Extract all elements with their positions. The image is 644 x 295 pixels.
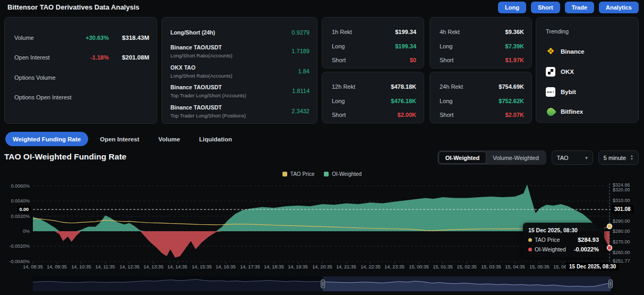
tooltip-timestamp: 15 Dec 2025, 08:30 [528, 227, 599, 233]
y-axis-right-label: $320.00 [613, 187, 630, 192]
ratio-title: OKX TAO [170, 64, 310, 71]
coin-select-value: TAO [557, 155, 569, 161]
navigator-handle[interactable] [321, 280, 325, 288]
ratio-title: Long/Short (24h) [170, 29, 310, 36]
okx-icon [546, 67, 555, 77]
exchange-name: Bitfinex [561, 108, 583, 115]
coin-select[interactable]: TAO ▾ [552, 150, 593, 165]
tooltip-value: $284.93 [578, 237, 599, 243]
stat-row-options-volume: Options Volume [14, 68, 149, 88]
trending-item-okx[interactable]: OKX [546, 66, 574, 77]
current-price-badge: 301.08 [612, 205, 633, 213]
trending-item-bitfinex[interactable]: Bitfinex [546, 106, 583, 117]
rekt-title: 4h Rekt [440, 29, 460, 35]
x-axis-label: 14, 19:35 [288, 264, 308, 269]
short-button[interactable]: Short [531, 2, 560, 13]
rekt-short-value: $2.07K [505, 112, 524, 118]
x-axis-label: 15, 00:35 [409, 264, 429, 269]
long-short-ratios-card: Long/Short (24h) 0.9279 Binance TAO/USDT… [161, 17, 317, 124]
ratio-subtitle: Top Trader Long/Short (Positions) [170, 113, 310, 119]
weighting-toggle: OI-Weighted Volume-Weighted [437, 150, 546, 165]
y-axis-left-label: -0.0020% [3, 243, 30, 249]
ratio-value: 0.9279 [291, 29, 310, 36]
ratio-title: Binance TAO/USDT [170, 104, 310, 111]
ratio-value: 2.3432 [291, 108, 310, 114]
interval-select-value: 5 minute [604, 155, 626, 161]
x-axis-label: 14, 18:35 [264, 264, 284, 269]
rekt-title: 24h Rekt [440, 83, 463, 90]
rekt-short-label: Short [332, 112, 346, 118]
series-dot-icon [528, 238, 532, 242]
navigator-handle[interactable] [609, 280, 613, 288]
rekt-title: 1h Rekt [332, 29, 352, 35]
ratio-row: OKX TAO Long/Short Ratio(Accounts) 1.84 [170, 64, 310, 79]
exchange-name: Binance [561, 48, 585, 55]
rekt-short-label: Short [332, 57, 346, 63]
trending-item-bybit[interactable]: BYBˉT Bybit [546, 87, 576, 97]
tooltip-label: OI-Weighted [535, 246, 566, 252]
x-axis-label: 14, 09:35 [47, 264, 67, 269]
x-axis-label: 15, 05:35 [529, 264, 549, 269]
stat-label: Options Volume [14, 74, 56, 81]
x-axis-current-badge: 15 Dec 2025, 08:30 [566, 263, 619, 271]
rekt-total: $478.18K [391, 83, 416, 90]
long-button[interactable]: Long [498, 2, 526, 13]
rekt-long-label: Long [332, 43, 345, 49]
rekt-card-12h: 12h Rekt$478.18K Long$476.18K Short$2.00… [322, 72, 424, 123]
ratio-row: Long/Short (24h) 0.9279 [170, 29, 310, 36]
tooltip-row: OI-Weighted -0.0022% [528, 246, 599, 252]
y-axis-left-label: 0.0020% [3, 214, 30, 219]
toggle-volume-weighted[interactable]: Volume-Weighted [486, 151, 545, 164]
chart-title: TAO OI-Weighted Funding Rate [4, 152, 126, 162]
tab-volume[interactable]: Volume [151, 132, 187, 146]
trade-button[interactable]: Trade [565, 2, 594, 13]
x-axis-label: 14, 20:35 [312, 264, 332, 269]
stat-label: Open Interest [14, 54, 50, 61]
x-axis-label: 15, 02:35 [457, 264, 477, 269]
interval-select[interactable]: 5 minute ▲▼ [598, 150, 639, 165]
y-axis-left-label: 0.0040% [3, 198, 30, 204]
rekt-short-label: Short [440, 112, 453, 118]
stat-row-volume: Volume +30.63% $318.43M [14, 28, 149, 48]
x-axis-label: 14, 23:35 [384, 264, 405, 269]
tab-weighted-funding-rate[interactable]: Weighted Funding Rate [5, 132, 88, 146]
legend-oi-weighted[interactable]: OI-Weighted [324, 171, 362, 177]
rekt-long-label: Long [332, 98, 345, 104]
rekt-total: $199.34 [395, 29, 416, 35]
tooltip-row: TAO Price $284.93 [528, 237, 599, 243]
x-axis-label: 14, 17:35 [240, 264, 260, 269]
stat-change: -1.18% [90, 54, 109, 61]
chart-tooltip: 15 Dec 2025, 08:30 TAO Price $284.93 OI-… [523, 223, 604, 257]
y-axis-right-label: $270.00 [613, 239, 630, 245]
x-axis-label: 14, 11:35 [96, 264, 115, 269]
rekt-long-value: $7.39K [505, 43, 524, 49]
tab-open-interest[interactable]: Open Interest [92, 132, 147, 146]
tab-liquidation[interactable]: Liquidation [192, 132, 239, 146]
x-axis-label: 15, 04:35 [505, 264, 525, 269]
ratio-row: Binance TAO/USDT Long/Short Ratio(Accoun… [170, 44, 310, 58]
rekt-short-label: Short [440, 57, 453, 63]
toggle-oi-weighted[interactable]: OI-Weighted [439, 151, 487, 164]
current-value-badge-left: 0.00 [17, 206, 31, 213]
y-axis-left-label: 0.0060% [3, 183, 30, 189]
x-axis-label: 14, 22:35 [360, 264, 381, 269]
x-axis-label: 14, 10:35 [71, 264, 91, 269]
chevron-down-icon: ▾ [585, 155, 588, 161]
chart-legend: TAO Price OI-Weighted [0, 171, 644, 177]
analytics-button[interactable]: Analytics [599, 2, 639, 13]
trending-item-binance[interactable]: ❖ Binance [546, 46, 585, 57]
y-axis-left-label: 0% [3, 229, 30, 234]
stat-value: $318.43M [109, 35, 149, 41]
ratio-row: Binance TAO/USDT Top Trader Long/Short (… [170, 104, 310, 119]
chart-controls: OI-Weighted Volume-Weighted TAO ▾ 5 minu… [437, 150, 639, 165]
ratio-title: Binance TAO/USDT [170, 44, 310, 50]
rekt-long-value: $752.62K [499, 98, 524, 104]
legend-swatch [324, 172, 329, 176]
legend-tao-price[interactable]: TAO Price [282, 171, 314, 177]
stat-row-open-interest: Open Interest -1.18% $201.08M [14, 48, 149, 68]
ratio-row: Binance TAO/USDT Top Trader Long/Short (… [170, 84, 310, 98]
rekt-total: $754.69K [499, 83, 524, 90]
rekt-long-value: $476.18K [391, 98, 416, 104]
x-axis-label: 14, 08:35 [23, 264, 43, 269]
ratio-value: 1.7189 [291, 48, 310, 54]
